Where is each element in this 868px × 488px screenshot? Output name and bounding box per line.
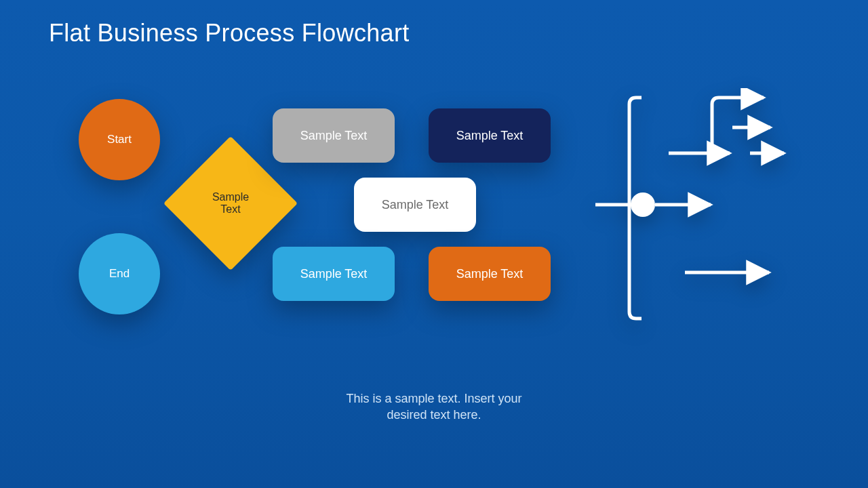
process-orange-label: Sample Text	[456, 267, 524, 281]
process-lightblue: Sample Text	[273, 247, 395, 301]
process-navy-label: Sample Text	[456, 129, 524, 143]
process-orange: Sample Text	[429, 247, 551, 301]
process-white: Sample Text	[354, 178, 476, 232]
decision-label: SampleText	[183, 156, 278, 251]
process-lightblue-label: Sample Text	[300, 267, 368, 281]
terminator-start-label: Start	[107, 133, 132, 146]
terminator-start: Start	[79, 99, 160, 180]
slide-title: Flat Business Process Flowchart	[49, 19, 409, 47]
process-white-label: Sample Text	[382, 198, 449, 212]
process-gray: Sample Text	[273, 108, 395, 163]
process-gray-label: Sample Text	[300, 129, 368, 143]
slide-canvas: Flat Business Process Flowchart Start En…	[0, 0, 868, 488]
decision-node: SampleText	[183, 156, 278, 251]
process-navy: Sample Text	[429, 108, 551, 163]
terminator-end: End	[79, 233, 160, 314]
svg-point-0	[631, 192, 655, 217]
slide-caption: This is a sample text. Insert yourdesire…	[0, 390, 868, 424]
connector-cluster	[582, 88, 840, 332]
terminator-end-label: End	[109, 267, 130, 281]
